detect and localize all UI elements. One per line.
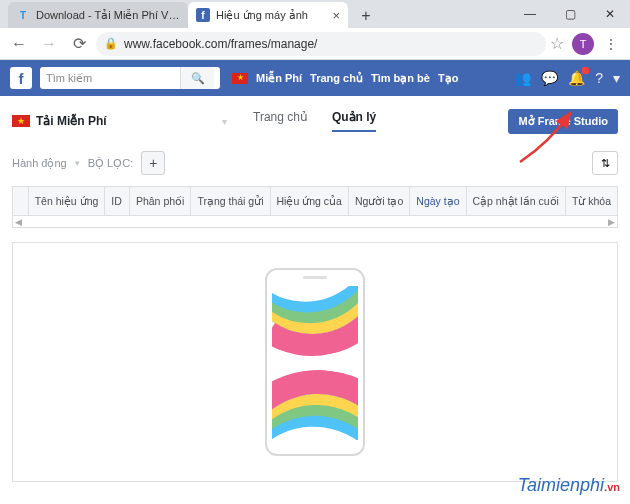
watermark-text: Taimienphi xyxy=(518,475,604,495)
scroll-right-icon[interactable]: ▶ xyxy=(608,217,615,227)
nav-home[interactable]: Trang chủ xyxy=(310,72,363,85)
horizontal-scrollbar[interactable]: ◀ ▶ xyxy=(13,215,617,227)
toolbar: Hành động ▾ BỘ LỌC: + ⇅ xyxy=(12,148,618,178)
preview-panel xyxy=(12,242,618,482)
search-placeholder: Tìm kiếm xyxy=(46,72,92,85)
page-flag-icon xyxy=(12,115,30,127)
browser-tab-2[interactable]: f Hiệu ứng máy ảnh × xyxy=(188,2,348,28)
density-toggle-button[interactable]: ⇅ xyxy=(592,151,618,175)
add-filter-button[interactable]: + xyxy=(141,151,165,175)
frames-table: Tên hiệu ứng ID Phân phối Trạng thái gửi… xyxy=(12,186,618,228)
search-input[interactable]: Tìm kiếm 🔍 xyxy=(40,67,220,89)
search-icon: 🔍 xyxy=(191,72,205,85)
tab-label: Download - Tải Miễn Phí VN - Ph xyxy=(36,9,180,22)
star-icon[interactable]: ☆ xyxy=(550,34,564,53)
filter-label: BỘ LỌC: xyxy=(88,157,134,170)
tab-favicon: T xyxy=(16,8,30,22)
tab-home[interactable]: Trang chủ xyxy=(253,110,308,132)
profile-avatar[interactable]: T xyxy=(572,33,594,55)
col-updated[interactable]: Cập nhật lần cuối xyxy=(467,187,566,215)
browser-titlebar: T Download - Tải Miễn Phí VN - Ph f Hiệu… xyxy=(0,0,630,28)
col-created[interactable]: Ngày tạo xyxy=(410,187,466,215)
facebook-header: f Tìm kiếm 🔍 Miễn Phí Trang chủ Tìm bạn … xyxy=(0,60,630,96)
brand-link[interactable]: Miễn Phí xyxy=(256,72,302,85)
col-keywords[interactable]: Từ khóa xyxy=(566,187,617,215)
scroll-left-icon[interactable]: ◀ xyxy=(15,217,22,227)
close-window-button[interactable]: ✕ xyxy=(590,0,630,28)
chevron-down-icon: ▾ xyxy=(75,158,80,168)
col-id[interactable]: ID xyxy=(105,187,130,215)
url-text: www.facebook.com/frames/manage/ xyxy=(124,37,317,51)
nav-friends[interactable]: Tìm bạn bè xyxy=(371,72,430,85)
tab-manage[interactable]: Quản lý xyxy=(332,110,376,132)
notifications-icon[interactable]: 🔔 xyxy=(568,70,585,86)
rainbow-graphic-bottom xyxy=(272,357,358,440)
page-header-row: Tải Miễn Phí ▾ Trang chủ Quản lý Mở Fram… xyxy=(12,104,618,138)
forward-button[interactable]: → xyxy=(36,31,62,57)
page-title[interactable]: Tải Miễn Phí xyxy=(36,114,216,128)
watermark: Taimienphi.vn xyxy=(518,475,620,496)
watermark-suffix: .vn xyxy=(604,481,620,493)
page-content: Tải Miễn Phí ▾ Trang chủ Quản lý Mở Fram… xyxy=(0,96,630,490)
tab-favicon: f xyxy=(196,8,210,22)
tab-label: Hiệu ứng máy ảnh xyxy=(216,9,326,22)
dropdown-icon[interactable]: ▾ xyxy=(613,70,620,86)
flag-icon xyxy=(232,73,248,84)
action-dropdown[interactable]: Hành động xyxy=(12,157,67,170)
back-button[interactable]: ← xyxy=(6,31,32,57)
facebook-logo[interactable]: f xyxy=(10,67,32,89)
messenger-icon[interactable]: 💬 xyxy=(541,70,558,86)
phone-mockup xyxy=(265,268,365,456)
url-input[interactable]: 🔒 www.facebook.com/frames/manage/ xyxy=(96,32,546,56)
open-frame-studio-button[interactable]: Mở Frame Studio xyxy=(508,109,618,134)
nav-create[interactable]: Tạo xyxy=(438,72,458,85)
col-name[interactable]: Tên hiệu ứng xyxy=(29,187,106,215)
lock-icon: 🔒 xyxy=(104,37,118,50)
col-distribute[interactable]: Phân phối xyxy=(130,187,191,215)
rainbow-graphic-top xyxy=(272,286,358,373)
maximize-button[interactable]: ▢ xyxy=(550,0,590,28)
reload-button[interactable]: ⟳ xyxy=(66,31,92,57)
col-effect-of[interactable]: Hiệu ứng của xyxy=(271,187,349,215)
checkbox-column[interactable] xyxy=(13,187,29,215)
browser-tab-1[interactable]: T Download - Tải Miễn Phí VN - Ph xyxy=(8,2,188,28)
browser-menu-icon[interactable]: ⋮ xyxy=(598,36,624,52)
col-status[interactable]: Trạng thái gửi xyxy=(191,187,270,215)
close-icon[interactable]: × xyxy=(332,8,340,23)
chevron-down-icon[interactable]: ▾ xyxy=(222,116,227,127)
phone-screen xyxy=(272,286,358,440)
friend-requests-icon[interactable]: 👥 xyxy=(514,70,531,86)
col-creator[interactable]: Người tạo xyxy=(349,187,410,215)
window-controls: ― ▢ ✕ xyxy=(510,0,630,28)
new-tab-button[interactable]: + xyxy=(354,4,378,28)
table-header: Tên hiệu ứng ID Phân phối Trạng thái gửi… xyxy=(13,187,617,215)
browser-address-bar: ← → ⟳ 🔒 www.facebook.com/frames/manage/ … xyxy=(0,28,630,60)
search-button[interactable]: 🔍 xyxy=(180,67,214,89)
minimize-button[interactable]: ― xyxy=(510,0,550,28)
notification-badge xyxy=(582,67,589,74)
page-tabs: Trang chủ Quản lý xyxy=(253,110,376,132)
help-icon[interactable]: ? xyxy=(595,70,603,86)
browser-tabs: T Download - Tải Miễn Phí VN - Ph f Hiệu… xyxy=(0,0,378,28)
